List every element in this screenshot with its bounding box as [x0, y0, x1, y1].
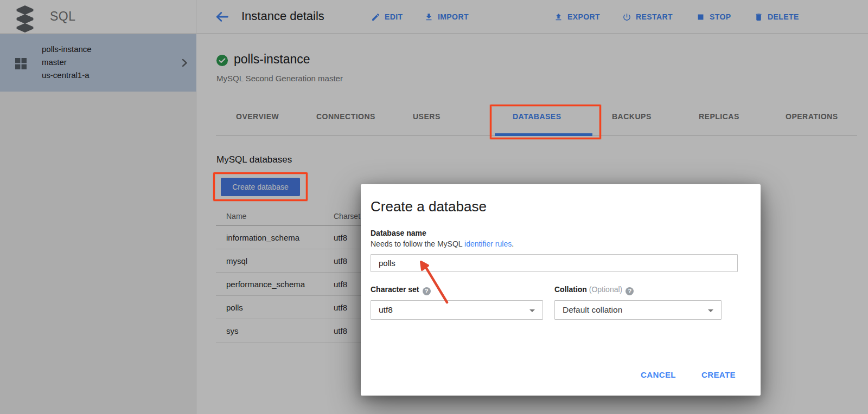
create-database-dialog: Create a database Database name Needs to…: [361, 184, 761, 396]
dropdown-caret-icon: [529, 309, 535, 312]
help-icon[interactable]: [626, 287, 634, 295]
identifier-rules-link[interactable]: identifier rules: [464, 240, 512, 248]
dialog-title: Create a database: [371, 198, 487, 215]
help-icon[interactable]: [423, 287, 431, 295]
cloud-sql-console: SQL Instance details EDIT: [0, 0, 868, 414]
character-set-select[interactable]: utf8: [371, 300, 543, 320]
collation-select[interactable]: Default collation: [554, 300, 722, 320]
collation-label: Collation (Optional): [554, 285, 634, 295]
collation-optional-text: (Optional): [589, 285, 622, 294]
create-button[interactable]: CREATE: [701, 370, 736, 379]
character-set-label-text: Character set: [371, 285, 419, 294]
database-name-input[interactable]: [371, 254, 738, 272]
collation-value: Default collation: [563, 305, 622, 315]
database-name-helper: Needs to follow the MySQL identifier rul…: [371, 240, 514, 248]
character-set-label: Character set: [371, 285, 431, 295]
dropdown-caret-icon: [708, 309, 713, 312]
database-name-label: Database name: [371, 229, 426, 237]
helper-period: .: [512, 240, 514, 248]
character-set-value: utf8: [379, 305, 393, 315]
helper-text: Needs to follow the MySQL: [371, 240, 464, 248]
cancel-button[interactable]: CANCEL: [641, 370, 676, 379]
collation-label-text: Collation: [554, 285, 587, 294]
